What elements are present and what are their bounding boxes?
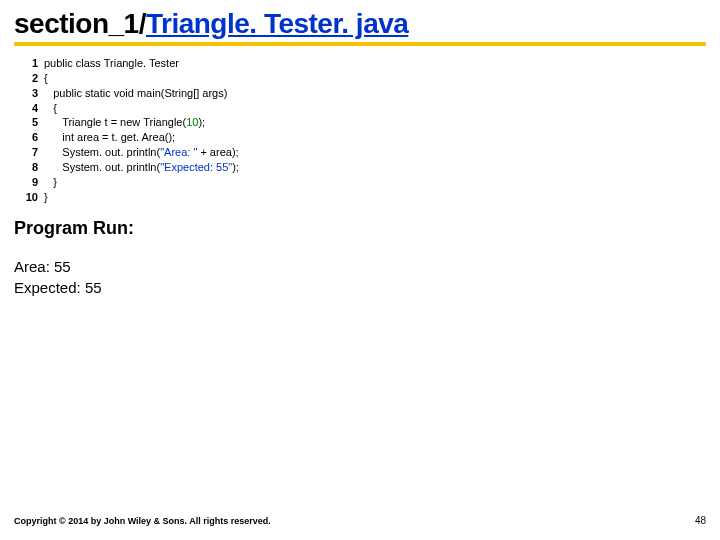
- page-number: 48: [695, 515, 706, 526]
- line-number: 7: [18, 145, 38, 160]
- line-number: 10: [18, 190, 38, 205]
- code-text: public static void main(String[] args): [44, 86, 227, 101]
- code-text: int area = t. get. Area();: [44, 130, 175, 145]
- line-number: 1: [18, 56, 38, 71]
- code-text: System. out. println("Expected: 55");: [44, 160, 239, 175]
- slide-title: section_1/Triangle. Tester. java: [14, 8, 706, 40]
- line-number: 9: [18, 175, 38, 190]
- code-text: System. out. println("Area: " + area);: [44, 145, 239, 160]
- title-prefix: section_1/: [14, 8, 146, 39]
- code-line: 7 System. out. println("Area: " + area);: [18, 145, 706, 160]
- line-number: 8: [18, 160, 38, 175]
- line-number: 4: [18, 101, 38, 116]
- code-text: }: [44, 175, 57, 190]
- code-line: 4 {: [18, 101, 706, 116]
- line-number: 2: [18, 71, 38, 86]
- code-text: public class Triangle. Tester: [44, 56, 179, 71]
- code-text: {: [44, 71, 48, 86]
- code-line: 6 int area = t. get. Area();: [18, 130, 706, 145]
- slide-title-wrap: section_1/Triangle. Tester. java: [14, 8, 706, 46]
- code-text: {: [44, 101, 57, 116]
- code-line: 5 Triangle t = new Triangle(10);: [18, 115, 706, 130]
- line-number: 6: [18, 130, 38, 145]
- code-line: 9 }: [18, 175, 706, 190]
- code-line: 1public class Triangle. Tester: [18, 56, 706, 71]
- line-number: 3: [18, 86, 38, 101]
- code-line: 8 System. out. println("Expected: 55");: [18, 160, 706, 175]
- program-output: Area: 55 Expected: 55: [14, 257, 706, 298]
- code-text: }: [44, 190, 48, 205]
- copyright-footer: Copyright © 2014 by John Wiley & Sons. A…: [14, 516, 271, 526]
- title-filename-link[interactable]: Triangle. Tester. java: [146, 8, 408, 39]
- code-line: 2{: [18, 71, 706, 86]
- code-listing: 1public class Triangle. Tester2{3 public…: [14, 56, 706, 204]
- code-text: Triangle t = new Triangle(10);: [44, 115, 205, 130]
- line-number: 5: [18, 115, 38, 130]
- code-line: 3 public static void main(String[] args): [18, 86, 706, 101]
- code-line: 10}: [18, 190, 706, 205]
- program-run-heading: Program Run:: [14, 218, 706, 239]
